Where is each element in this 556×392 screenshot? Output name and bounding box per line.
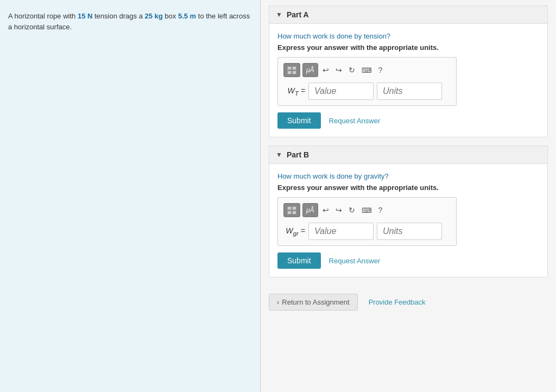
part-b-instruction: Express your answer with the appropriate… (277, 184, 539, 192)
part-b-keyboard-icon[interactable]: ⌨ (359, 203, 374, 217)
part-a-keyboard-icon[interactable]: ⌨ (359, 63, 374, 77)
back-arrow-icon: ‹ (277, 298, 279, 306)
kg-value: 25 kg (145, 12, 163, 20)
part-b-input-row: Wgr = (283, 223, 451, 240)
part-a-answer-box: μÅ ↩ ↪ ↻ ⌨ ? WT = (277, 57, 457, 106)
part-a-value-input[interactable] (308, 83, 374, 100)
return-to-assignment-button[interactable]: ‹ Return to Assignment (269, 294, 358, 311)
footer-bar: ‹ Return to Assignment Provide Feedback (269, 286, 548, 313)
left-panel: A horizontal rope with 15 N tension drag… (0, 0, 261, 392)
part-a-units-input[interactable] (377, 83, 442, 100)
part-a-header: ▼ Part A (269, 6, 547, 24)
part-a-request-answer-link[interactable]: Request Answer (329, 117, 381, 125)
part-b-submit-button[interactable]: Submit (277, 252, 321, 269)
part-a-toolbar: μÅ ↩ ↪ ↻ ⌨ ? (283, 63, 451, 77)
right-panel: ▼ Part A How much work is done by tensio… (261, 0, 556, 392)
part-b-header: ▼ Part B (269, 146, 547, 164)
part-b-action-row: Submit Request Answer (277, 252, 539, 269)
part-a-var-label: WT = (283, 86, 305, 97)
part-a-redo-icon[interactable]: ↪ (333, 63, 344, 77)
part-b-units-input[interactable] (377, 223, 442, 240)
m-value: 5.5 m (178, 12, 196, 20)
part-b-mu-icon[interactable]: μÅ (302, 203, 318, 217)
part-b-redo-icon[interactable]: ↪ (333, 203, 344, 217)
part-b-question: How much work is done by gravity? (277, 172, 539, 180)
return-label: Return to Assignment (282, 298, 349, 306)
part-a-question: How much work is done by tension? (277, 32, 539, 40)
part-a-body: How much work is done by tension? Expres… (269, 24, 547, 137)
part-b-toolbar: μÅ ↩ ↪ ↻ ⌨ ? (283, 203, 451, 217)
part-a-input-row: WT = (283, 83, 451, 100)
part-a-refresh-icon[interactable]: ↻ (346, 63, 357, 77)
part-a-action-row: Submit Request Answer (277, 112, 539, 129)
problem-text: A horizontal rope with 15 N tension drag… (8, 11, 252, 32)
part-b-refresh-icon[interactable]: ↻ (346, 203, 357, 217)
part-a-grid-icon[interactable] (283, 63, 300, 77)
part-b-section: ▼ Part B How much work is done by gravit… (269, 146, 548, 277)
part-b-value-input[interactable] (308, 223, 374, 240)
part-b-help-icon[interactable]: ? (376, 203, 385, 217)
part-a-submit-button[interactable]: Submit (277, 112, 321, 129)
part-a-collapse-arrow[interactable]: ▼ (276, 11, 282, 18)
part-b-title: Part B (287, 150, 309, 159)
part-b-undo-icon[interactable]: ↩ (320, 203, 331, 217)
part-a-section: ▼ Part A How much work is done by tensio… (269, 5, 548, 137)
part-b-var-label: Wgr = (283, 226, 305, 237)
part-b-grid-icon[interactable] (283, 203, 300, 217)
part-b-request-answer-link[interactable]: Request Answer (329, 257, 381, 265)
part-a-title: Part A (287, 10, 309, 19)
part-b-collapse-arrow[interactable]: ▼ (276, 151, 282, 159)
part-a-instruction: Express your answer with the appropriate… (277, 43, 539, 52)
n-value: 15 N (78, 12, 92, 20)
part-a-mu-icon[interactable]: μÅ (302, 63, 318, 77)
part-a-undo-icon[interactable]: ↩ (320, 63, 331, 77)
part-a-help-icon[interactable]: ? (376, 63, 385, 77)
provide-feedback-link[interactable]: Provide Feedback (369, 298, 426, 306)
part-b-answer-box: μÅ ↩ ↪ ↻ ⌨ ? Wgr = (277, 197, 457, 246)
part-b-body: How much work is done by gravity? Expres… (269, 164, 547, 277)
